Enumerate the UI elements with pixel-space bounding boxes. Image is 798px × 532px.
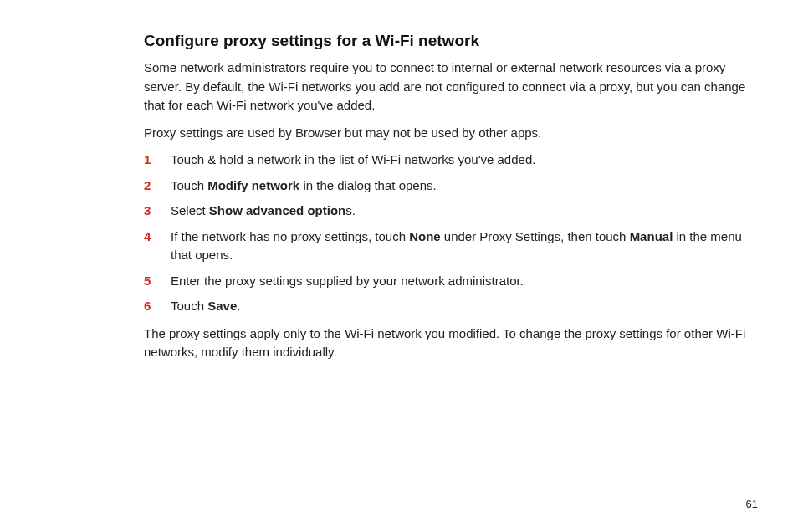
step-number: 5 — [144, 272, 171, 291]
intro-paragraph-2: Proxy settings are used by Browser but m… — [144, 124, 748, 143]
step-number: 3 — [144, 202, 171, 221]
step-item: 1 Touch & hold a network in the list of … — [144, 151, 748, 170]
page-number: 61 — [746, 498, 758, 510]
step-number: 6 — [144, 297, 171, 316]
step-item: 5 Enter the proxy settings supplied by y… — [144, 272, 748, 291]
step-item: 2 Touch Modify network in the dialog tha… — [144, 176, 748, 196]
step-number: 1 — [144, 151, 171, 170]
intro-paragraph-1: Some network administrators require you … — [144, 59, 748, 115]
step-text: If the network has no proxy settings, to… — [171, 228, 748, 265]
step-item: 6 Touch Save. — [144, 297, 748, 316]
step-text: Touch Save. — [171, 297, 748, 316]
step-text: Touch Modify network in the dialog that … — [171, 176, 748, 196]
step-text: Enter the proxy settings supplied by you… — [171, 272, 748, 291]
outro-paragraph: The proxy settings apply only to the Wi-… — [144, 325, 748, 362]
step-item: 3 Select Show advanced options. — [144, 202, 748, 221]
step-number: 2 — [144, 176, 171, 196]
step-number: 4 — [144, 228, 171, 247]
step-text: Touch & hold a network in the list of Wi… — [171, 151, 748, 170]
step-item: 4 If the network has no proxy settings, … — [144, 228, 748, 265]
steps-list: 1 Touch & hold a network in the list of … — [144, 151, 748, 316]
section-heading: Configure proxy settings for a Wi-Fi net… — [144, 32, 748, 50]
step-text: Select Show advanced options. — [171, 202, 748, 221]
